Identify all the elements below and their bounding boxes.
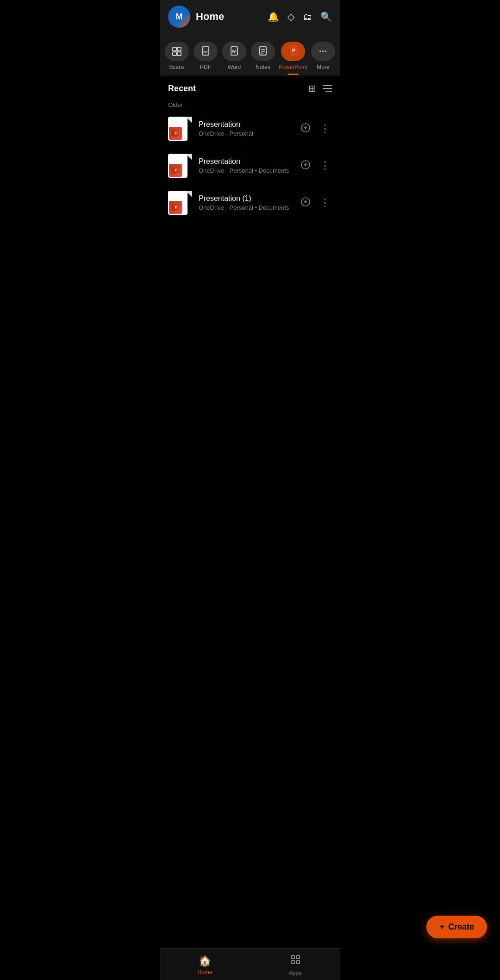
tab-powerpoint[interactable]: P PowerPoint [278, 38, 308, 75]
list-view-icon[interactable] [323, 85, 332, 92]
svg-text:P: P [175, 131, 178, 135]
more-options-icon[interactable]: ⋮ [318, 158, 332, 174]
active-tab-indicator [288, 74, 299, 75]
tab-bar: Scans PDF PDF W Word [160, 33, 340, 75]
file-info: Presentation (1) OneDrive - Personal • D… [199, 194, 292, 211]
section-older: Older [160, 98, 340, 110]
file-item[interactable]: P Presentation OneDrive - Personal • Doc… [160, 147, 340, 184]
svg-rect-2 [173, 52, 176, 56]
pdf-icon-bg: PDF [194, 42, 218, 61]
notes-icon [258, 46, 268, 56]
bell-icon[interactable]: 🔔 [268, 11, 279, 22]
header-actions: 🔔 ◇ 🗂 🔍 [268, 11, 332, 22]
svg-text:W: W [232, 49, 236, 54]
page-title: Home [196, 11, 262, 23]
header: M Home 🔔 ◇ 🗂 🔍 [160, 0, 340, 33]
tab-pdf[interactable]: PDF PDF [192, 38, 219, 75]
file-actions: ⋮ [299, 158, 332, 174]
file-name: Presentation (1) [199, 194, 292, 203]
notes-icon-bg [251, 42, 275, 61]
svg-text:PDF: PDF [203, 50, 208, 53]
diamond-icon[interactable]: ◇ [288, 11, 294, 22]
powerpoint-icon: P [287, 46, 299, 56]
tab-scans[interactable]: Scans [163, 38, 190, 75]
grid-view-icon[interactable]: ⊞ [308, 83, 316, 94]
file-item[interactable]: P Presentation (1) OneDrive - Personal •… [160, 184, 340, 221]
file-name: Presentation [199, 157, 292, 166]
app-logo[interactable]: M [168, 6, 190, 28]
more-dots-icon: ··· [319, 47, 327, 56]
file-location: OneDrive - Personal • Documents [199, 167, 292, 174]
tab-word[interactable]: W Word [221, 38, 248, 75]
more-options-icon[interactable]: ⋮ [318, 121, 332, 137]
content-area: Recent ⊞ Older P Presentatio [160, 75, 340, 258]
file-info: Presentation OneDrive - Personal • Docum… [199, 157, 292, 174]
notes-label: Notes [256, 64, 270, 70]
svg-rect-3 [177, 52, 181, 56]
powerpoint-file-logo: P [169, 201, 182, 214]
view-toggle: ⊞ [308, 83, 332, 94]
scans-icon-bg [165, 42, 189, 61]
file-name: Presentation [199, 120, 292, 129]
svg-text:P: P [292, 48, 295, 53]
more-options-icon[interactable]: ⋮ [318, 195, 332, 211]
scans-label: Scans [169, 64, 184, 70]
pdf-label: PDF [200, 64, 211, 70]
file-actions: ⋮ [299, 121, 332, 137]
logo-letter: M [176, 12, 183, 22]
file-icon: P [168, 117, 192, 141]
file-actions: ⋮ [299, 195, 332, 211]
pdf-icon: PDF [200, 46, 211, 56]
file-info: Presentation OneDrive - Personal [199, 120, 292, 137]
word-icon-bg: W [222, 42, 246, 61]
scans-icon [172, 46, 182, 56]
more-label: More [317, 64, 329, 70]
search-icon[interactable]: 🔍 [320, 11, 332, 22]
file-location: OneDrive - Personal [199, 130, 292, 137]
file-icon: P [168, 191, 192, 215]
recent-title: Recent [168, 84, 196, 94]
word-icon: W [229, 46, 239, 56]
file-location: OneDrive - Personal • Documents [199, 204, 292, 211]
svg-rect-0 [173, 47, 176, 51]
recent-header: Recent ⊞ [160, 75, 340, 98]
word-label: Word [228, 64, 241, 70]
svg-rect-8 [260, 47, 266, 55]
powerpoint-label: PowerPoint [279, 64, 307, 70]
download-icon[interactable] [299, 121, 312, 137]
svg-text:P: P [175, 205, 178, 209]
download-icon[interactable] [299, 195, 312, 211]
powerpoint-file-logo: P [169, 164, 182, 177]
folder-icon[interactable]: 🗂 [303, 12, 312, 22]
svg-text:P: P [175, 168, 178, 172]
file-icon: P [168, 154, 192, 178]
download-icon[interactable] [299, 158, 312, 174]
more-icon-bg: ··· [311, 42, 335, 61]
svg-rect-1 [177, 47, 181, 51]
tab-notes[interactable]: Notes [250, 38, 276, 75]
file-item[interactable]: P Presentation OneDrive - Personal ⋮ [160, 110, 340, 147]
powerpoint-icon-bg: P [281, 42, 305, 61]
tab-more[interactable]: ··· More [310, 38, 337, 75]
powerpoint-file-logo: P [169, 127, 182, 140]
